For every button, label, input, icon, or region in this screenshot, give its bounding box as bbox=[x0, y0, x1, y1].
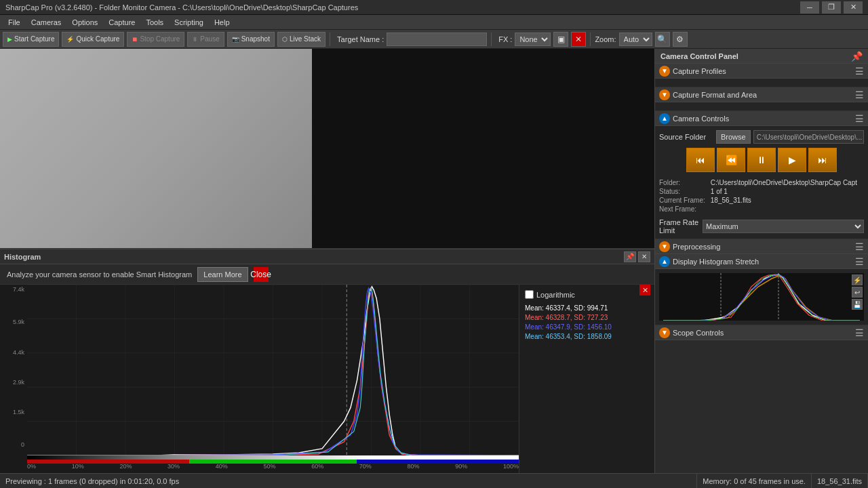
capture-format-header[interactable]: ▼ Capture Format and Area ☰ bbox=[655, 87, 868, 102]
pause-playback-button[interactable]: ⏸ bbox=[747, 148, 776, 172]
camera-controls-header-left: ▲ Camera Controls bbox=[659, 113, 729, 124]
menu-options[interactable]: Options bbox=[66, 17, 103, 28]
toolbar-separator-3 bbox=[590, 33, 591, 46]
preprocessing-icon: ▼ bbox=[659, 241, 670, 252]
logarithmic-checkbox[interactable] bbox=[525, 290, 534, 299]
capture-format-menu[interactable]: ☰ bbox=[855, 89, 864, 100]
frame-rate-select[interactable]: Maximum bbox=[703, 220, 864, 233]
display-histogram-stretch-header[interactable]: ▲ Display Histogram Stretch ☰ bbox=[655, 254, 868, 269]
play-button[interactable]: ▶ bbox=[778, 148, 806, 172]
capture-format-content bbox=[655, 102, 868, 111]
histogram-controls: 📌 ✕ bbox=[624, 251, 650, 262]
zoom-icon-2[interactable]: ⚙ bbox=[673, 32, 688, 47]
ccp-pin-icon[interactable]: 📌 bbox=[851, 51, 863, 62]
capture-format-header-left: ▼ Capture Format and Area bbox=[659, 89, 757, 100]
preprocessing-header[interactable]: ▼ Preprocessing ☰ bbox=[655, 239, 868, 254]
capture-profiles-label: Capture Profiles bbox=[673, 67, 726, 75]
zoom-label: Zoom: bbox=[595, 35, 616, 43]
stretch-button-row: ⚡ ↩ 💾 bbox=[852, 274, 863, 310]
close-button[interactable]: ✕ bbox=[844, 1, 863, 14]
red-x-button[interactable]: ✕ bbox=[639, 285, 650, 296]
status-segment-3: 18_56_31.fits bbox=[812, 474, 868, 488]
scope-controls-label: Scope Controls bbox=[673, 329, 724, 337]
capture-format-icon: ▼ bbox=[659, 89, 670, 100]
folder-path-display: C:\Users\topli\OneDrive\Desktop\... bbox=[753, 130, 864, 144]
image-canvas bbox=[0, 49, 654, 248]
stat-red: Mean: 46328.7, SD: 727.23 bbox=[525, 314, 649, 321]
zoom-icon-1[interactable]: 🔍 bbox=[655, 32, 670, 47]
fx-icon-1[interactable]: ▣ bbox=[553, 32, 568, 47]
display-histogram-stretch-menu[interactable]: ☰ bbox=[855, 256, 864, 267]
scope-controls-header[interactable]: ▼ Scope Controls ☰ bbox=[655, 325, 868, 340]
y-label-7k: 7.4k bbox=[0, 286, 24, 293]
histogram-close-button[interactable]: ✕ bbox=[638, 251, 650, 262]
y-label-4k: 4.4k bbox=[0, 349, 24, 356]
zoom-select[interactable]: Auto bbox=[619, 33, 652, 46]
skip-to-first-button[interactable]: ⏮ bbox=[686, 148, 715, 172]
stretch-btn-2[interactable]: ↩ bbox=[852, 287, 863, 298]
menu-capture[interactable]: Capture bbox=[103, 17, 140, 28]
right-panel: Camera Control Panel 📌 ▼ Capture Profile… bbox=[654, 49, 868, 473]
titlebar-title: SharpCap Pro (v3.2.6480) - Folder Monito… bbox=[5, 3, 358, 12]
x-label-100: 100% bbox=[503, 463, 519, 470]
camera-controls-menu[interactable]: ☰ bbox=[855, 113, 864, 124]
fx-select[interactable]: None bbox=[515, 33, 551, 46]
fx-icon-2[interactable]: ✕ bbox=[571, 32, 586, 47]
titlebar-controls: ─ ❐ ✕ bbox=[800, 1, 863, 14]
start-capture-button[interactable]: ▶ Start Capture bbox=[3, 32, 59, 47]
y-label-2k: 1.5k bbox=[0, 409, 24, 415]
menu-help[interactable]: Help bbox=[209, 17, 235, 28]
minimize-button[interactable]: ─ bbox=[800, 1, 819, 14]
capture-profiles-header[interactable]: ▼ Capture Profiles ☰ bbox=[655, 64, 868, 79]
capture-profiles-header-left: ▼ Capture Profiles bbox=[659, 66, 726, 77]
skip-to-last-button[interactable]: ⏭ bbox=[808, 148, 837, 172]
histogram-pin-button[interactable]: 📌 bbox=[624, 251, 636, 262]
status-segment-2: Memory: 0 of 45 frames in use. bbox=[697, 474, 812, 488]
target-name-label: Target Name : bbox=[337, 35, 384, 43]
stat-white: Mean: 46337.4, SD: 994.71 bbox=[525, 304, 649, 312]
menu-tools[interactable]: Tools bbox=[140, 17, 169, 28]
status-segment-1: Previewing : 1 frames (0 dropped) in 0:0… bbox=[0, 474, 697, 488]
source-folder-row: Source Folder Browse C:\Users\topli\OneD… bbox=[659, 130, 864, 144]
frame-rate-row: Frame RateLimit Maximum bbox=[659, 218, 864, 235]
snapshot-button[interactable]: 📷 Snapshot bbox=[227, 32, 275, 47]
camera-controls-header[interactable]: ▲ Camera Controls ☰ bbox=[655, 111, 868, 126]
preprocessing-menu[interactable]: ☰ bbox=[855, 241, 864, 252]
scope-controls-menu[interactable]: ☰ bbox=[855, 327, 864, 338]
next-frame-value bbox=[711, 205, 864, 213]
histogram-panel: Histogram 📌 ✕ Analyze your camera sensor… bbox=[0, 249, 654, 473]
stat-blue: Mean: 46347.9, SD: 1456.10 bbox=[525, 323, 649, 331]
svg-rect-17 bbox=[663, 273, 860, 321]
pause-button[interactable]: ⏸ Pause bbox=[187, 32, 224, 47]
x-label-40: 40% bbox=[216, 463, 228, 470]
ccp-header: Camera Control Panel 📌 bbox=[655, 49, 868, 64]
camera-info-grid: Folder: C:\Users\topli\OneDrive\Desktop\… bbox=[659, 176, 864, 216]
learn-more-button[interactable]: Learn More bbox=[197, 267, 248, 282]
x-label-10: 10% bbox=[72, 463, 84, 470]
prev-frame-button[interactable]: ⏪ bbox=[717, 148, 745, 172]
stop-capture-button[interactable]: ⏹ Stop Capture bbox=[127, 32, 184, 47]
playback-controls: ⏮ ⏪ ⏸ ▶ ⏭ bbox=[659, 148, 864, 172]
target-name-input[interactable] bbox=[387, 33, 487, 46]
x-label-20: 20% bbox=[119, 463, 132, 470]
menu-cameras[interactable]: Cameras bbox=[26, 17, 67, 28]
x-axis: 0% 10% 20% 30% 40% 50% 60% 70% 80% 90% 1… bbox=[27, 460, 519, 473]
display-histogram-stretch-header-left: ▲ Display Histogram Stretch bbox=[659, 256, 759, 267]
histogram-smart-close-button[interactable]: Close bbox=[254, 267, 269, 282]
x-label-0: 0% bbox=[27, 463, 36, 470]
restore-button[interactable]: ❐ bbox=[822, 1, 841, 14]
live-stack-button[interactable]: ⬡ Live Stack bbox=[277, 32, 326, 47]
stretch-btn-1[interactable]: ⚡ bbox=[852, 274, 863, 285]
scope-controls-icon: ▼ bbox=[659, 327, 670, 338]
status-label: Status: bbox=[659, 188, 705, 195]
image-left-half bbox=[0, 49, 312, 248]
menu-file[interactable]: File bbox=[3, 17, 26, 28]
capture-profiles-menu[interactable]: ☰ bbox=[855, 66, 864, 77]
browse-button[interactable]: Browse bbox=[716, 130, 751, 144]
stretch-btn-3[interactable]: 💾 bbox=[852, 299, 863, 310]
menu-scripting[interactable]: Scripting bbox=[169, 17, 209, 28]
quick-capture-button[interactable]: ⚡ Quick Capture bbox=[62, 32, 124, 47]
y-label-3k: 2.9k bbox=[0, 379, 24, 386]
x-label-50: 50% bbox=[263, 463, 275, 470]
main-layout: Histogram 📌 ✕ Analyze your camera sensor… bbox=[0, 49, 868, 473]
